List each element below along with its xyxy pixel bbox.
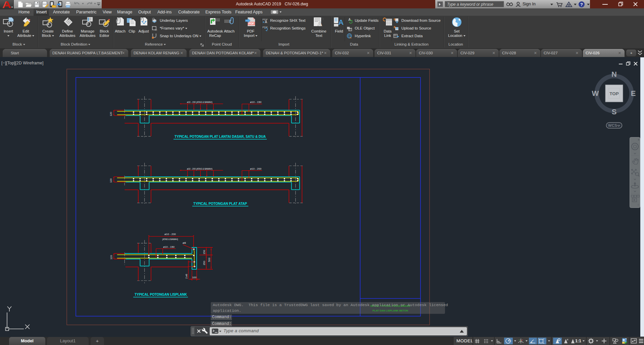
svg-text:ø10 - 150: ø10 - 150 — [163, 246, 175, 248]
svg-text:(ATAS & BAWAH): (ATAS & BAWAH) — [162, 238, 178, 241]
svg-text:S: S — [612, 108, 617, 116]
svg-text:A: A — [338, 18, 344, 26]
svg-text:ø10 - 150 (ATAS & BAWAH): ø10 - 150 (ATAS & BAWAH) — [187, 101, 212, 104]
svg-text:TOP: TOP — [609, 91, 619, 96]
svg-text:A: A — [317, 20, 322, 27]
svg-text:350: 350 — [203, 261, 205, 265]
svg-text:ø10 - 200: ø10 - 200 — [250, 168, 261, 170]
svg-text:120: 120 — [110, 112, 112, 116]
svg-text:TYPICAL POTONGAN PLAT LANTAI D: TYPICAL POTONGAN PLAT LANTAI DASAR, SATU… — [175, 134, 266, 138]
svg-text:8: 8 — [394, 18, 395, 21]
svg-text:E: E — [631, 89, 636, 98]
svg-text:A: A — [265, 20, 267, 23]
svg-text:WCS: WCS — [608, 123, 617, 127]
svg-text:ø10 - 150: ø10 - 150 — [250, 101, 261, 103]
svg-text:500: 500 — [208, 257, 210, 262]
svg-text:ø10 - 200: ø10 - 200 — [164, 233, 176, 235]
svg-text:100: 100 — [192, 276, 197, 279]
svg-text:?: ? — [580, 2, 583, 7]
svg-text:W: W — [592, 89, 599, 98]
svg-text:ø10 - 200 (ATAS & BAWAH): ø10 - 200 (ATAS & BAWAH) — [187, 168, 212, 170]
svg-text:2 ø8: 2 ø8 — [185, 274, 188, 279]
svg-text:TYPICAL POTONGAN PLAT ATAP: TYPICAL POTONGAN PLAT ATAP — [193, 202, 247, 206]
svg-text:PDF: PDF — [249, 22, 254, 25]
svg-text:N: N — [611, 70, 617, 78]
svg-text:150: 150 — [203, 250, 205, 254]
svg-text:(x): (x) — [155, 29, 157, 31]
svg-text:120: 120 — [110, 178, 112, 183]
svg-text:ø8: ø8 — [183, 242, 186, 244]
svg-text:A: A — [348, 18, 351, 21]
svg-text:TYPICAL POTONGAN LISPLANK: TYPICAL POTONGAN LISPLANK — [135, 292, 187, 296]
svg-text:120: 120 — [110, 255, 112, 260]
svg-text:8: 8 — [394, 25, 395, 29]
